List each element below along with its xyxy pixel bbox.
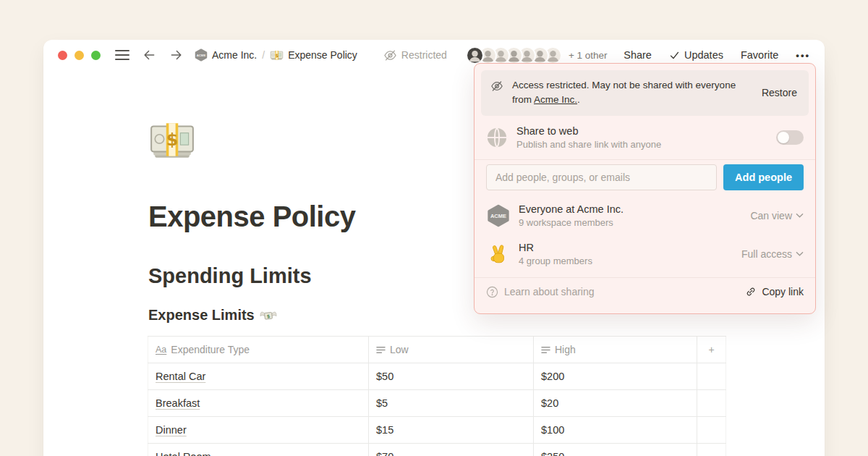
cell-high[interactable]: $20 <box>534 390 697 416</box>
cell-empty <box>697 444 726 456</box>
page-title: Expense Policy <box>148 200 355 233</box>
workspace-link[interactable]: Acme Inc. <box>534 94 577 105</box>
more-menu-button[interactable]: ••• <box>796 50 810 61</box>
add-people-button[interactable]: Add people <box>723 164 804 190</box>
table-row: Rental Car $50 $200 <box>148 363 726 390</box>
breadcrumb-page-label: Expense Policy <box>288 49 357 61</box>
invite-row: Add people <box>481 160 809 198</box>
permission-select[interactable]: Full access <box>741 248 804 260</box>
svg-text:ACME: ACME <box>197 54 206 57</box>
cell-high[interactable]: $200 <box>534 363 697 389</box>
marketing-canvas: { "topbar": { "workspace": "Acme Inc.", … <box>0 0 868 456</box>
viewer-facepile[interactable] <box>466 46 562 64</box>
breadcrumb-workspace-label: Acme Inc. <box>212 49 257 61</box>
banknote-emoji-icon: $ <box>270 48 284 62</box>
cell-expenditure-type[interactable]: Hotel Room <box>148 444 369 456</box>
banner-message: Access restricted. May not be shared wit… <box>512 78 736 108</box>
member-row-everyone[interactable]: ACME Everyone at Acme Inc. 9 workspace m… <box>481 198 809 237</box>
favorite-button[interactable]: Favorite <box>741 49 778 61</box>
table-row: Dinner $15 $100 <box>148 417 726 444</box>
sidebar-menu-icon[interactable] <box>115 50 129 60</box>
share-button[interactable]: Share <box>624 49 652 61</box>
cell-expenditure-type[interactable]: Rental Car <box>148 363 369 389</box>
question-circle-icon <box>486 286 498 298</box>
member-title: HR <box>519 242 592 253</box>
avatars-overflow-label[interactable]: + 1 other <box>569 50 608 61</box>
column-header-expenditure-type[interactable]: Aa Expenditure Type <box>148 337 369 363</box>
member-row-hr[interactable]: HR 4 group members Full access <box>481 237 809 276</box>
title-property-icon: Aa <box>156 345 166 355</box>
column-header-high[interactable]: High <box>534 337 697 363</box>
share-to-web-subtitle: Publish and share link with anyone <box>516 139 661 150</box>
svg-text:$: $ <box>166 130 179 150</box>
cell-high[interactable]: $250 <box>534 444 697 456</box>
acme-logo-icon: ACME <box>195 48 208 62</box>
table-row: Breakfast $5 $20 <box>148 390 726 417</box>
money-with-wings-emoji-icon: $ <box>260 308 277 323</box>
page-icon-banknote-emoji[interactable]: $ <box>148 117 196 164</box>
minimize-window-button[interactable] <box>75 51 84 60</box>
cell-low[interactable]: $15 <box>369 417 534 443</box>
column-header-low[interactable]: Low <box>369 337 534 363</box>
eye-off-icon <box>383 48 397 62</box>
table-header-row: Aa Expenditure Type Low High + <box>148 336 726 363</box>
cell-low[interactable]: $50 <box>369 363 534 389</box>
cell-low[interactable]: $70 <box>369 444 534 456</box>
copy-link-button[interactable]: Copy link <box>745 286 804 297</box>
topbar-actions: Share Updates Favorite ••• <box>624 49 810 61</box>
breadcrumb: ACME Acme Inc. / $ Expense Policy <box>195 48 357 62</box>
chevron-down-icon <box>796 251 804 257</box>
restricted-chip[interactable]: Restricted <box>383 48 447 62</box>
close-window-button[interactable] <box>58 51 67 60</box>
subsection-heading: Expense Limits $ <box>148 307 277 324</box>
share-to-web-row: Share to web Publish and share link with… <box>481 116 809 159</box>
permission-select[interactable]: Can view <box>750 210 804 221</box>
svg-text:$: $ <box>276 52 279 58</box>
table-row: Hotel Room $70 $250 <box>148 444 726 456</box>
add-column-button[interactable]: + <box>697 337 726 363</box>
member-title: Everyone at Acme Inc. <box>519 203 624 215</box>
cell-empty <box>697 390 726 416</box>
member-subtitle: 9 workspace members <box>519 217 624 228</box>
globe-icon <box>486 127 508 148</box>
breadcrumb-page[interactable]: $ Expense Policy <box>270 48 357 62</box>
access-restricted-banner: Access restricted. May not be shared wit… <box>481 70 809 116</box>
cell-low[interactable]: $5 <box>369 390 534 416</box>
restore-button[interactable]: Restore <box>762 87 797 98</box>
share-to-web-title: Share to web <box>516 125 661 137</box>
member-subtitle: 4 group members <box>519 256 592 266</box>
back-arrow-icon[interactable] <box>141 47 157 63</box>
victory-hand-emoji-icon <box>486 242 510 266</box>
learn-about-sharing-link[interactable]: Learn about sharing <box>486 286 595 298</box>
chevron-down-icon <box>796 213 804 219</box>
avatar <box>466 46 484 64</box>
expense-limits-table: Aa Expenditure Type Low High + Rental Ca… <box>148 336 726 456</box>
cell-high[interactable]: $100 <box>534 417 697 443</box>
cell-expenditure-type[interactable]: Dinner <box>148 417 369 443</box>
add-people-input[interactable] <box>486 164 717 190</box>
svg-text:ACME: ACME <box>490 213 506 219</box>
window-controls <box>58 51 101 60</box>
cell-empty <box>697 417 726 443</box>
forward-arrow-icon[interactable] <box>169 47 184 63</box>
cell-empty <box>697 363 726 389</box>
link-icon <box>745 286 757 297</box>
restricted-label: Restricted <box>401 49 447 61</box>
check-icon <box>669 50 680 61</box>
section-heading: Spending Limits <box>148 264 312 288</box>
share-to-web-toggle[interactable] <box>776 130 804 145</box>
breadcrumb-separator: / <box>262 49 265 61</box>
updates-button[interactable]: Updates <box>669 49 723 61</box>
acme-logo-icon: ACME <box>486 203 510 227</box>
dialog-footer: Learn about sharing Copy link <box>475 277 815 306</box>
cell-expenditure-type[interactable]: Breakfast <box>148 390 369 416</box>
breadcrumb-workspace[interactable]: ACME Acme Inc. <box>195 48 257 62</box>
share-dialog: Access restricted. May not be shared wit… <box>474 63 816 314</box>
eye-off-icon <box>490 80 503 93</box>
zoom-window-button[interactable] <box>91 51 101 60</box>
text-property-icon <box>376 346 386 354</box>
text-property-icon <box>541 346 550 354</box>
